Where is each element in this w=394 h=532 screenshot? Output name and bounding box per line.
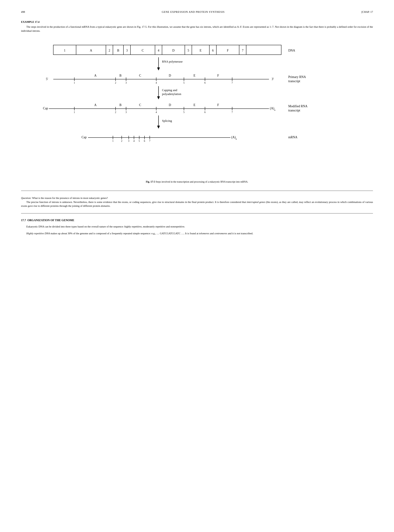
svg-text:3': 3' [272,77,274,81]
svg-text:6: 6 [144,140,145,142]
page-header: 498 GENE EXPRESSION AND PROTEIN SYNTHESI… [21,10,373,14]
svg-text:7: 7 [242,49,243,52]
telomeres-italic: telomeres [199,232,209,235]
svg-text:D: D [169,103,171,107]
svg-marker-87 [157,126,160,129]
svg-text:5': 5' [46,77,48,81]
svg-text:7: 7 [231,111,233,113]
svg-text:4: 4 [156,82,157,84]
svg-marker-29 [157,67,160,71]
svg-text:transcript: transcript [288,79,300,83]
svg-text:4: 4 [133,140,135,142]
diagram-svg: 1 A 2 B 3 C 4 D 5 E 6 F 7 DNA RNA polyme… [39,40,355,176]
svg-text:C: C [139,103,141,107]
qa-question: Question: What is the reason for the pre… [21,196,373,200]
svg-text:1: 1 [74,82,75,84]
svg-text:E: E [200,49,202,52]
svg-text:7: 7 [231,82,233,84]
domains-italic: domains [101,205,110,207]
svg-text:DNA: DNA [288,49,295,52]
fig-label: Fig. 17-5 [146,180,155,183]
svg-text:mRNA: mRNA [288,135,297,139]
svg-text:Cap: Cap [82,135,87,139]
svg-text:C: C [141,49,144,52]
svg-text:3: 3 [128,140,129,142]
svg-text:5: 5 [139,140,140,142]
svg-text:A: A [90,49,92,52]
svg-text:polyadenylation: polyadenylation [162,92,181,96]
svg-marker-57 [157,96,160,99]
svg-text:Primary RNA: Primary RNA [288,75,306,79]
svg-text:A: A [94,103,96,107]
figure-17-5: 1 A 2 B 3 C 4 D 5 E 6 F 7 DNA RNA polyme… [21,40,373,184]
svg-text:2: 2 [115,82,116,84]
example-label: EXAMPLE 17.4 [21,20,373,24]
svg-text:RNA polymerase: RNA polymerase [162,60,183,63]
svg-text:5: 5 [183,111,184,113]
svg-text:4: 4 [158,49,159,52]
svg-text:A: A [94,74,96,77]
page-number: 498 [21,10,25,14]
svg-text:5: 5 [187,49,189,52]
para2-and: and [209,232,214,235]
qa-answer: The precise function of introns is unkno… [21,200,373,208]
svg-text:1: 1 [64,49,65,52]
svg-text:2: 2 [115,111,116,113]
svg-text:F: F [227,49,228,52]
page-title: GENE EXPRESSION AND PROTEIN SYNTHESIS [162,10,225,14]
para2-text: makes up about 30% of the genome and is … [50,232,199,235]
svg-text:D: D [172,49,175,52]
svg-text:3: 3 [125,111,127,113]
interrupted-genes-italic: interrupted genes [247,201,265,204]
svg-text:B: B [119,103,121,107]
svg-text:Cap: Cap [43,107,48,110]
fig-caption-text: Steps involved in the transcription and … [155,180,248,183]
svg-rect-0 [53,45,281,55]
svg-text:F: F [217,74,219,77]
svg-text:4: 4 [156,111,157,113]
svg-text:transcript: transcript [288,109,300,112]
question-label: Question: [21,197,31,200]
highly-repetitive-label: Highly repetitive DNA [26,232,50,235]
svg-text:5: 5 [183,82,184,84]
svg-text:Splicing: Splicing [162,119,172,123]
divider-1 [21,191,373,191]
section-heading: 17.7 ORGANIZATION OF THE GENOME [21,219,373,222]
svg-text:1: 1 [112,140,114,142]
svg-text:(A)n: (A)n [270,107,275,111]
qa-box: Question: What is the reason for the pre… [21,196,373,208]
svg-text:F: F [217,103,219,107]
svg-text:E: E [193,103,195,107]
svg-text:6: 6 [212,49,213,52]
svg-text:6: 6 [204,111,206,113]
svg-text:6: 6 [204,82,206,84]
fig-caption: Fig. 17-5 Steps involved in the transcri… [21,180,373,184]
svg-text:(A)n: (A)n [231,135,237,140]
diagram-area: 1 A 2 B 3 C 4 D 5 E 6 F 7 DNA RNA polyme… [21,40,373,176]
svg-text:B: B [119,74,121,77]
centromeres-italic: centromeres [214,232,227,235]
svg-text:E: E [193,74,195,77]
example-text: The steps involved in the production of … [21,25,373,33]
svg-text:1: 1 [74,111,75,113]
svg-text:B: B [117,49,119,52]
section-para2: Highly repetitive DNA makes up about 30%… [21,231,373,235]
svg-text:3: 3 [126,49,128,52]
question-text: What is the reason for the presence of i… [31,197,108,200]
svg-text:2: 2 [109,49,110,52]
para2-end: and it is not transcribed. [227,232,253,235]
svg-text:Capping and: Capping and [162,88,177,92]
svg-text:2: 2 [121,140,122,142]
svg-text:Modified RNA: Modified RNA [288,104,308,108]
section-number: 17.7 [21,219,26,222]
svg-text:D: D [169,74,171,77]
svg-text:C: C [139,74,141,77]
section-para1: Eukaryotic DNA can be divided into three… [21,225,373,229]
section-title: ORGANIZATION OF THE GENOME [27,219,74,222]
chap-ref: [CHAP. 17 [361,10,373,14]
svg-text:7: 7 [149,140,150,142]
svg-text:3: 3 [125,82,127,84]
